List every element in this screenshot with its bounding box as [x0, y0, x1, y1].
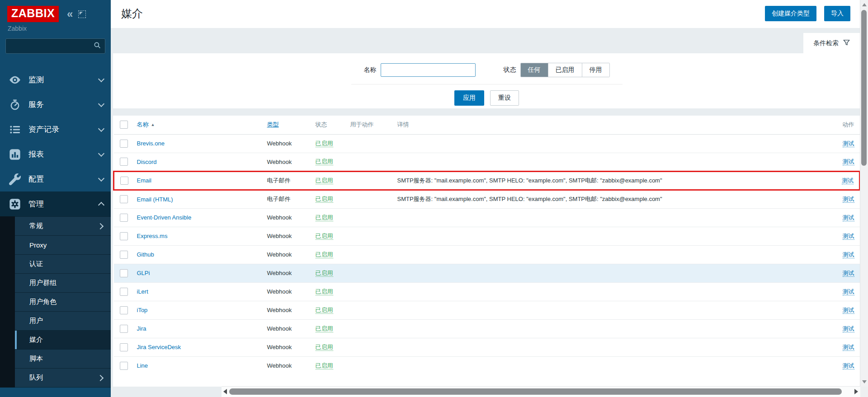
scroll-left-arrow-icon[interactable] — [223, 389, 227, 394]
status-enabled-link[interactable]: 已启用 — [316, 270, 333, 277]
status-enabled-link[interactable]: 已启用 — [316, 288, 333, 295]
row-checkbox[interactable] — [120, 251, 128, 259]
media-type-name-link[interactable]: Email — [137, 177, 152, 184]
submenu-item-用户群组[interactable]: 用户群组 — [15, 274, 111, 293]
row-checkbox[interactable] — [120, 140, 128, 148]
row-checkbox[interactable] — [120, 325, 128, 333]
sidebar-item-bar-chart[interactable]: 报表 — [0, 142, 111, 167]
media-type-name-link[interactable]: Brevis.one — [137, 140, 165, 147]
filter-tab[interactable]: 条件检索 — [803, 33, 860, 53]
test-link[interactable]: 测试 — [843, 270, 854, 277]
media-type-name-link[interactable]: iLert — [137, 288, 148, 295]
column-header-type[interactable]: 类型 — [265, 116, 313, 134]
test-link[interactable]: 测试 — [843, 288, 854, 295]
sidebar-item-list[interactable]: 资产记录 — [0, 117, 111, 142]
sidebar-item-gear[interactable]: 管理 — [0, 191, 111, 216]
row-checkbox[interactable] — [120, 232, 128, 240]
row-checkbox[interactable] — [120, 158, 128, 166]
submenu-item-认证[interactable]: 认证 — [15, 255, 111, 274]
row-checkbox[interactable] — [120, 306, 128, 314]
test-link[interactable]: 测试 — [843, 214, 854, 221]
test-link[interactable]: 测试 — [843, 362, 854, 369]
status-enabled-link[interactable]: 已启用 — [316, 344, 333, 351]
vertical-scrollbar[interactable] — [860, 0, 868, 387]
row-checkbox[interactable] — [120, 288, 128, 296]
sidebar: ZABBIX « Zabbix 监测 服务 资产记录 报表 配置 — [0, 0, 111, 397]
scroll-right-arrow-icon[interactable] — [854, 389, 858, 394]
submenu-item-用户[interactable]: 用户 — [15, 312, 111, 331]
list-icon — [8, 123, 22, 136]
status-enabled-link[interactable]: 已启用 — [316, 177, 333, 184]
media-type-name-link[interactable]: iTop — [137, 307, 148, 313]
horizontal-scrollbar[interactable] — [222, 386, 860, 397]
zabbix-logo[interactable]: ZABBIX — [7, 6, 59, 22]
sidebar-item-wrench[interactable]: 配置 — [0, 167, 111, 191]
scroll-up-arrow-icon[interactable] — [862, 3, 867, 6]
status-enabled-link[interactable]: 已启用 — [316, 233, 333, 240]
media-type-name-link[interactable]: Line — [137, 362, 148, 369]
row-checkbox[interactable] — [120, 362, 128, 370]
import-button[interactable]: 导入 — [824, 6, 850, 21]
details-cell — [395, 245, 832, 264]
media-type-name-link[interactable]: Email (HTML) — [137, 196, 173, 203]
status-enabled-link[interactable]: 已启用 — [316, 158, 333, 165]
horizontal-scrollbar-thumb[interactable] — [229, 388, 842, 395]
status-option-已启用[interactable]: 已启用 — [548, 63, 582, 77]
vertical-scrollbar-thumb[interactable] — [861, 10, 867, 166]
test-link[interactable]: 测试 — [843, 325, 854, 332]
status-option-任何[interactable]: 任何 — [521, 63, 548, 77]
test-link[interactable]: 测试 — [842, 177, 854, 184]
row-checkbox[interactable] — [120, 269, 128, 277]
table-row: Express.ms Webhook 已启用 测试 — [114, 227, 860, 245]
row-checkbox[interactable] — [120, 195, 128, 203]
sidebar-collapse-icon[interactable]: « — [67, 9, 73, 19]
column-header-name[interactable]: 名称▲ — [135, 116, 265, 134]
row-checkbox[interactable] — [120, 343, 128, 351]
test-link[interactable]: 测试 — [843, 158, 854, 165]
create-media-type-button[interactable]: 创建媒介类型 — [765, 6, 816, 21]
reset-button[interactable]: 重设 — [490, 90, 519, 106]
status-enabled-link[interactable]: 已启用 — [316, 214, 333, 221]
submenu-item-label: 队列 — [29, 374, 98, 382]
test-link[interactable]: 测试 — [843, 196, 854, 203]
status-enabled-link[interactable]: 已启用 — [316, 325, 333, 332]
media-type-name-link[interactable]: GLPi — [137, 270, 150, 276]
test-link[interactable]: 测试 — [843, 251, 854, 258]
media-type-name-link[interactable]: Github — [137, 251, 154, 258]
test-link[interactable]: 测试 — [843, 233, 854, 240]
apply-button[interactable]: 应用 — [454, 90, 484, 106]
status-enabled-link[interactable]: 已启用 — [316, 196, 333, 203]
status-enabled-link[interactable]: 已启用 — [316, 140, 333, 147]
status-enabled-link[interactable]: 已启用 — [316, 251, 333, 258]
media-type-name-link[interactable]: Event-Driven Ansible — [137, 214, 192, 221]
test-link[interactable]: 测试 — [843, 140, 854, 147]
submenu-item-常规[interactable]: 常规 — [15, 216, 111, 236]
filter-divider — [351, 84, 623, 84]
sidebar-search-input[interactable] — [5, 38, 105, 54]
submenu-item-队列[interactable]: 队列 — [15, 369, 111, 388]
status-option-停用[interactable]: 停用 — [582, 63, 609, 77]
select-all-checkbox[interactable] — [120, 121, 128, 129]
submenu-item-Proxy[interactable]: Proxy — [15, 236, 111, 255]
media-type-name-link[interactable]: Jira — [137, 325, 146, 332]
status-enabled-link[interactable]: 已启用 — [316, 307, 333, 314]
submenu-item-媒介[interactable]: 媒介 — [15, 331, 111, 350]
row-checkbox[interactable] — [120, 214, 128, 222]
submenu-item-label: 用户群组 — [29, 279, 103, 287]
status-enabled-link[interactable]: 已启用 — [316, 362, 333, 369]
scroll-down-arrow-icon[interactable] — [862, 380, 867, 383]
name-filter-input[interactable] — [381, 63, 476, 77]
row-checkbox[interactable] — [120, 177, 128, 185]
media-type-name-link[interactable]: Jira ServiceDesk — [137, 344, 181, 350]
sidebar-item-stopwatch[interactable]: 服务 — [0, 92, 111, 117]
media-type-name-link[interactable]: Discord — [137, 159, 157, 165]
submenu-item-脚本[interactable]: 脚本 — [15, 350, 111, 369]
sidebar-item-eye[interactable]: 监测 — [0, 67, 111, 92]
media-type-name-link[interactable]: Express.ms — [137, 233, 168, 239]
test-link[interactable]: 测试 — [843, 307, 854, 314]
used-in-actions-cell — [348, 264, 395, 282]
test-link[interactable]: 测试 — [843, 344, 854, 351]
sidebar-expand-icon[interactable] — [78, 10, 86, 18]
status-filter-label: 状态 — [504, 66, 516, 74]
submenu-item-用户角色[interactable]: 用户角色 — [15, 293, 111, 312]
